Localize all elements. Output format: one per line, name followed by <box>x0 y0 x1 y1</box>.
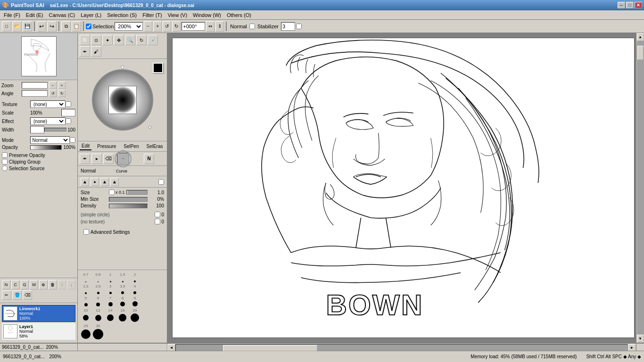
size-dot-2[interactable] <box>134 280 136 282</box>
size-dot-15[interactable] <box>122 281 124 282</box>
layer-item-layer1[interactable]: Layer1 Normal 58% <box>2 323 75 340</box>
angle-small-btn[interactable]: ↺ <box>49 90 57 97</box>
scroll-thumb-v[interactable] <box>637 46 644 60</box>
menu-selection[interactable]: Selection (S) <box>104 11 140 19</box>
effect-checkbox[interactable] <box>66 118 71 124</box>
tool-pen[interactable]: ✏ <box>2 290 11 300</box>
scale-number[interactable]: 20 <box>61 109 75 116</box>
size-checkbox[interactable] <box>109 189 115 195</box>
size-dot-08[interactable] <box>98 281 99 282</box>
zoom-small-btn[interactable]: − <box>49 82 57 89</box>
no-texture-checkbox[interactable] <box>155 219 160 224</box>
menu-filter[interactable]: Filter (T) <box>140 11 165 19</box>
toolbar-copy[interactable]: ⧉ <box>61 21 71 32</box>
shape-btn-1[interactable]: ▲ <box>81 178 89 186</box>
shapes-extra-checkbox[interactable] <box>158 179 164 185</box>
tool-merge-layer[interactable]: ⊕ <box>39 280 48 289</box>
subtool-pen[interactable]: ✒ <box>80 154 90 164</box>
menu-canvas[interactable]: Canvas (C) <box>46 11 78 19</box>
subtab-edit[interactable]: Edit <box>80 142 91 150</box>
angle-value-input[interactable]: +000R <box>22 90 48 97</box>
selection-checkbox[interactable] <box>86 24 91 29</box>
zoom-out-btn[interactable]: − <box>144 21 152 32</box>
menu-window[interactable]: Window (W) <box>190 11 224 19</box>
menu-layer[interactable]: Layer (L) <box>78 11 104 19</box>
tool-zoom-tool[interactable]: 🔍 <box>125 35 135 45</box>
mode-extra-checkbox[interactable] <box>70 137 75 143</box>
close-button[interactable]: ✕ <box>635 2 642 8</box>
tool-group-layer[interactable]: G <box>21 280 29 289</box>
size-dot-14[interactable] <box>107 314 114 321</box>
mode-select[interactable]: Normal Multiply Screen <box>30 136 70 144</box>
size-slider[interactable] <box>126 190 148 195</box>
size-dot-20[interactable] <box>131 313 139 322</box>
subtool-eraser2[interactable]: ⌫ <box>103 154 114 164</box>
scroll-track-h[interactable] <box>175 344 628 351</box>
size-dot-23[interactable] <box>85 292 87 294</box>
size-dot-9[interactable] <box>132 301 138 306</box>
width-input[interactable]: 1 <box>30 126 44 133</box>
opacity-slider[interactable] <box>30 145 62 150</box>
tool-rotate-tool[interactable]: ↻ <box>136 35 147 45</box>
zoom-value-input[interactable]: 200.0% <box>22 82 48 89</box>
subtool-brush2[interactable]: ▸ <box>91 154 102 164</box>
menu-view[interactable]: View (V) <box>165 11 190 19</box>
layer-item-linework[interactable]: Linework1 Normal 100% <box>2 305 75 322</box>
tool-pen-tool[interactable]: ✒ <box>80 46 90 57</box>
texture-select[interactable]: (none) <box>30 100 66 108</box>
size-dot-3[interactable] <box>109 292 112 294</box>
scroll-left-btn[interactable]: ◄ <box>167 344 175 351</box>
width-slider[interactable] <box>44 128 66 132</box>
rotate-ccw-btn[interactable]: ↺ <box>163 21 171 32</box>
shape-btn-2[interactable]: ▲ <box>91 178 99 186</box>
tool-move[interactable]: ✥ <box>114 35 124 45</box>
normal-tool-btn[interactable]: N <box>144 154 154 164</box>
tool-delete-layer[interactable]: 🗑 <box>49 280 57 289</box>
tool-select-magic[interactable]: ✦ <box>102 35 113 45</box>
tool-eyedropper[interactable]: 💉 <box>148 35 158 45</box>
toolbar-paste[interactable]: 📋 <box>72 21 81 32</box>
menu-file[interactable]: File (F) <box>1 11 23 19</box>
scroll-right-btn[interactable]: ► <box>628 344 636 351</box>
subtab-seleras[interactable]: SelEras <box>145 143 165 150</box>
size-dot-25[interactable] <box>81 329 91 339</box>
shape-btn-3[interactable]: ▲ <box>100 178 109 186</box>
size-dot-7[interactable] <box>108 302 113 306</box>
minsize-slider[interactable] <box>109 197 148 202</box>
zoom-in-btn[interactable]: + <box>153 21 162 32</box>
scroll-thumb-h[interactable] <box>223 345 317 351</box>
toolbar-open[interactable]: 📂 <box>12 21 22 32</box>
size-dot-6[interactable] <box>96 303 100 306</box>
selection-source-radio[interactable] <box>2 165 8 171</box>
tool-select-rect[interactable]: ⬜ <box>80 35 90 45</box>
canvas-container[interactable]: BOWN <box>172 38 635 338</box>
flip-v-btn[interactable]: ⇕ <box>215 21 224 32</box>
brush-wheel[interactable] <box>92 69 153 131</box>
tool-move-up[interactable]: ↑ <box>58 280 66 289</box>
mode-checkbox[interactable] <box>249 24 255 29</box>
size-dot-4[interactable] <box>133 291 136 294</box>
zoom-big-btn[interactable]: + <box>58 82 66 89</box>
preserve-opacity-checkbox[interactable] <box>2 152 8 158</box>
size-dot-8[interactable] <box>120 302 125 306</box>
rotate-cw-btn[interactable]: ↻ <box>172 21 181 32</box>
size-dot-26[interactable] <box>97 292 99 294</box>
toolbar-new[interactable]: □ <box>2 21 11 32</box>
shape-btn-4[interactable]: ▲ <box>110 178 119 186</box>
flip-h-btn[interactable]: ⇔ <box>206 21 215 32</box>
size-dot-5[interactable] <box>84 303 88 306</box>
tool-new-layer[interactable]: N <box>2 280 10 289</box>
angle-big-btn[interactable]: ↻ <box>58 90 66 97</box>
tool-copy-layer[interactable]: C <box>11 280 20 289</box>
minimize-button[interactable]: ─ <box>618 2 625 8</box>
density-slider[interactable] <box>109 204 148 208</box>
scroll-down-btn[interactable]: ▼ <box>637 335 644 343</box>
simple-circle-checkbox[interactable] <box>155 212 160 217</box>
size-dot-30[interactable] <box>93 329 103 339</box>
stabilizer-checkbox[interactable] <box>296 24 302 29</box>
size-dot-07[interactable] <box>85 281 86 282</box>
toolbar-redo[interactable]: ↪ <box>47 21 57 32</box>
subtab-selpen[interactable]: SelPen <box>122 143 140 150</box>
tool-select-lasso[interactable]: ⊙ <box>91 35 101 45</box>
menu-edit[interactable]: Edit (E) <box>23 11 46 19</box>
